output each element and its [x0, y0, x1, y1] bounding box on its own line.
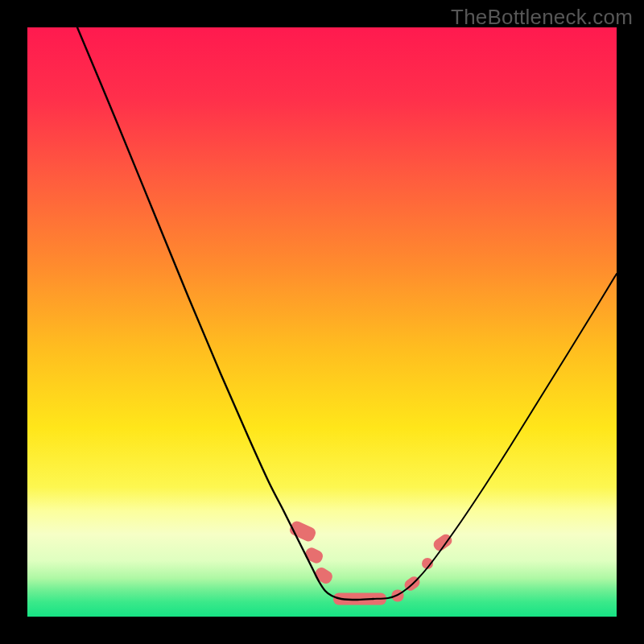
chart-background — [27, 27, 617, 617]
watermark-label: TheBottleneck.com — [451, 5, 633, 30]
chart-svg — [27, 27, 617, 617]
chart-plot-area — [27, 27, 617, 617]
chart-frame: TheBottleneck.com — [0, 0, 644, 644]
